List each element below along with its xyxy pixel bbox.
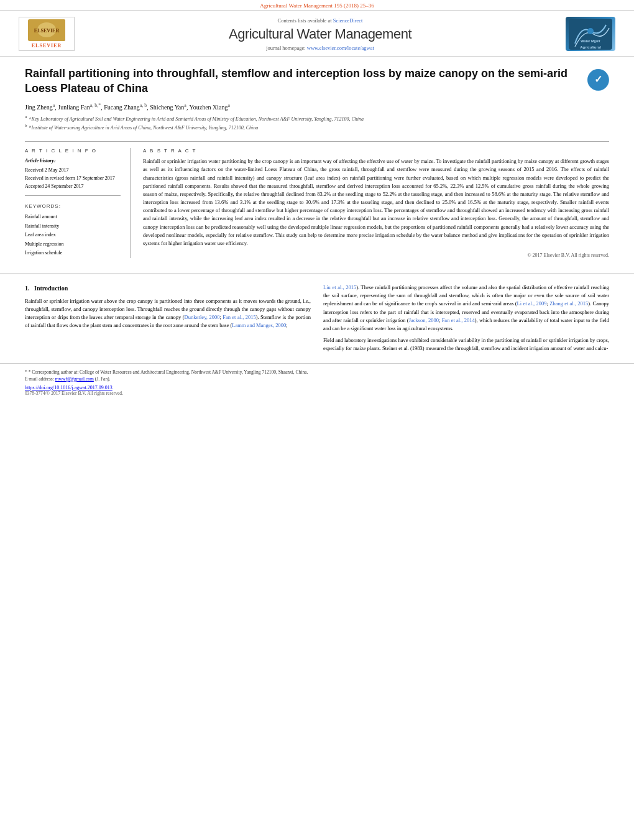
body-right-col: Liu et al., 2015). These rainfall partit… bbox=[323, 284, 609, 356]
article-main-title: Rainfall partitioning into throughfall, … bbox=[25, 66, 578, 96]
article-authors: Jing Zhenga, Junliang Fana, b,*, Fucang … bbox=[25, 103, 578, 111]
intro-para1-right: Liu et al., 2015). These rainfall partit… bbox=[323, 284, 609, 333]
intro-para1: Rainfall or sprinkler irrigation water a… bbox=[25, 297, 311, 330]
footnote-star: * bbox=[25, 369, 27, 375]
keyword-2: Rainfall intensity bbox=[25, 222, 121, 231]
journal-issue-text: Agricultural Water Management 195 (2018)… bbox=[260, 2, 374, 9]
crossmark-icon: ✓ bbox=[587, 69, 609, 91]
issn-line: 0378-3774/© 2017 Elsevier B.V. All right… bbox=[25, 390, 609, 396]
ref-liu2015[interactable]: Liu et al., 2015 bbox=[323, 284, 356, 290]
intro-para2-right: Field and laboratory investigations have… bbox=[323, 336, 609, 353]
intro-heading: 1. Introduction bbox=[25, 284, 311, 293]
received-revised: Received in revised form 17 September 20… bbox=[25, 175, 115, 181]
abstract-col: A B S T R A C T Rainfall or sprinkler ir… bbox=[143, 148, 609, 258]
received-date: Received 2 May 2017 bbox=[25, 167, 68, 173]
keyword-4: Multiple regression bbox=[25, 240, 121, 249]
two-column-info-abstract: A R T I C L E I N F O Article history: R… bbox=[25, 141, 609, 258]
homepage-link[interactable]: www.elsevier.com/locate/agwat bbox=[307, 45, 374, 51]
footnote-content: * Corresponding author at: College of Wa… bbox=[29, 369, 308, 375]
ref-dunkerley[interactable]: Dunkerley, 2000 bbox=[185, 314, 220, 320]
page-footer: * * Corresponding author at: College of … bbox=[0, 363, 634, 400]
affiliation-b: b ᵇ Institute of Water-saving Agricultur… bbox=[25, 125, 258, 131]
article-title-text: Rainfall partitioning into throughfall, … bbox=[25, 66, 578, 135]
ref-lamm[interactable]: Lamm and Manges, 2000 bbox=[232, 322, 286, 328]
copyright-line: © 2017 Elsevier B.V. All rights reserved… bbox=[143, 252, 609, 258]
keyword-5: Irrigation schedule bbox=[25, 249, 121, 257]
keywords-heading: Keywords: bbox=[25, 203, 121, 209]
svg-text:✓: ✓ bbox=[594, 74, 602, 85]
abstract-text: Rainfall or sprinkler irrigation water p… bbox=[143, 157, 609, 247]
journal-title-center: Contents lists available at ScienceDirec… bbox=[75, 17, 566, 51]
article-title-section: Rainfall partitioning into throughfall, … bbox=[25, 66, 609, 135]
keyword-list: Rainfall amount Rainfall intensity Leaf … bbox=[25, 213, 121, 257]
section-title: Introduction bbox=[34, 285, 68, 292]
sciencedirect-link[interactable]: ScienceDirect bbox=[333, 17, 363, 24]
accepted-date: Accepted 24 September 2017 bbox=[25, 183, 83, 189]
email-line: E-mail address: mwwfjl@gmail.com (J. Fan… bbox=[25, 376, 609, 382]
history-label: Article history: bbox=[25, 157, 121, 165]
ref-li2009[interactable]: Li et al., 2009 bbox=[517, 300, 547, 307]
journal-logo-right: Agricultural Water Mgmt bbox=[566, 17, 615, 51]
doi-link[interactable]: https://doi.org/10.1016/j.agwat.2017.09.… bbox=[25, 385, 113, 390]
body-two-col: 1. Introduction Rainfall or sprinkler ir… bbox=[0, 284, 634, 356]
section-divider bbox=[0, 274, 634, 274]
footnote-text: * * Corresponding author at: College of … bbox=[25, 369, 609, 376]
section-num: 1. bbox=[25, 285, 30, 292]
ref-zhang2015[interactable]: Zhang et al., 2015 bbox=[549, 300, 588, 307]
crossmark-badge[interactable]: ✓ bbox=[587, 69, 609, 91]
ref-fan2015[interactable]: Fan et al., 2015 bbox=[223, 314, 256, 320]
body-left-col: 1. Introduction Rainfall or sprinkler ir… bbox=[25, 284, 311, 356]
keyword-1: Rainfall amount bbox=[25, 213, 121, 221]
article-history-block: Article history: Received 2 May 2017 Rec… bbox=[25, 157, 121, 190]
email-link[interactable]: mwwfjl@gmail.com bbox=[55, 376, 94, 382]
journal-header: ELSEVIER ELSEVIER Contents lists availab… bbox=[0, 11, 634, 57]
email-person: (J. Fan). bbox=[95, 376, 111, 382]
article-info-col: A R T I C L E I N F O Article history: R… bbox=[25, 148, 131, 258]
svg-text:ELSEVIER: ELSEVIER bbox=[34, 28, 60, 34]
elsevier-logo: ELSEVIER ELSEVIER bbox=[19, 17, 75, 51]
keyword-3: Leaf area index bbox=[25, 231, 121, 239]
keywords-section: Keywords: Rainfall amount Rainfall inten… bbox=[25, 195, 121, 257]
article-info-heading: A R T I C L E I N F O bbox=[25, 148, 121, 154]
affiliations: a ᵃ Key Laboratory of Agricultural Soil … bbox=[25, 114, 578, 132]
ref-jackson2000[interactable]: Jackson, 2000 bbox=[409, 317, 439, 323]
svg-point-4 bbox=[587, 28, 594, 34]
affiliation-a: a ᵃ Key Laboratory of Agricultural Soil … bbox=[25, 116, 364, 122]
svg-text:Agricultural: Agricultural bbox=[580, 45, 601, 49]
email-label: E-mail address: bbox=[25, 376, 54, 382]
contents-line: Contents lists available at ScienceDirec… bbox=[75, 17, 566, 24]
journal-issue-bar: Agricultural Water Management 195 (2018)… bbox=[0, 0, 634, 11]
abstract-heading: A B S T R A C T bbox=[143, 148, 609, 154]
svg-text:Water Mgmt: Water Mgmt bbox=[581, 39, 600, 43]
main-content: Rainfall partitioning into throughfall, … bbox=[0, 57, 634, 264]
homepage-line: journal homepage: www.elsevier.com/locat… bbox=[75, 45, 566, 51]
page-wrapper: Agricultural Water Management 195 (2018)… bbox=[0, 0, 634, 840]
journal-main-title: Agricultural Water Management bbox=[75, 26, 566, 42]
doi-line: https://doi.org/10.1016/j.agwat.2017.09.… bbox=[25, 385, 609, 390]
elsevier-icon: ELSEVIER bbox=[28, 19, 65, 41]
elsevier-text: ELSEVIER bbox=[32, 43, 62, 48]
ref-fan2014[interactable]: Fan et al., 2014 bbox=[442, 317, 475, 323]
